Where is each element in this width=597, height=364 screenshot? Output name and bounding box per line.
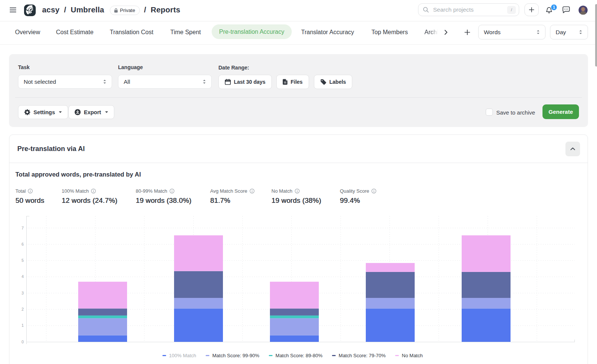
svg-text:3: 3 — [21, 291, 24, 295]
svg-text:0: 0 — [21, 340, 24, 344]
svg-text:6: 6 — [21, 242, 24, 246]
svg-text:7: 7 — [21, 226, 24, 230]
svg-text:4: 4 — [21, 274, 24, 279]
svg-text:2: 2 — [21, 307, 24, 311]
svg-text:5: 5 — [21, 258, 24, 263]
svg-text:1: 1 — [21, 323, 24, 328]
